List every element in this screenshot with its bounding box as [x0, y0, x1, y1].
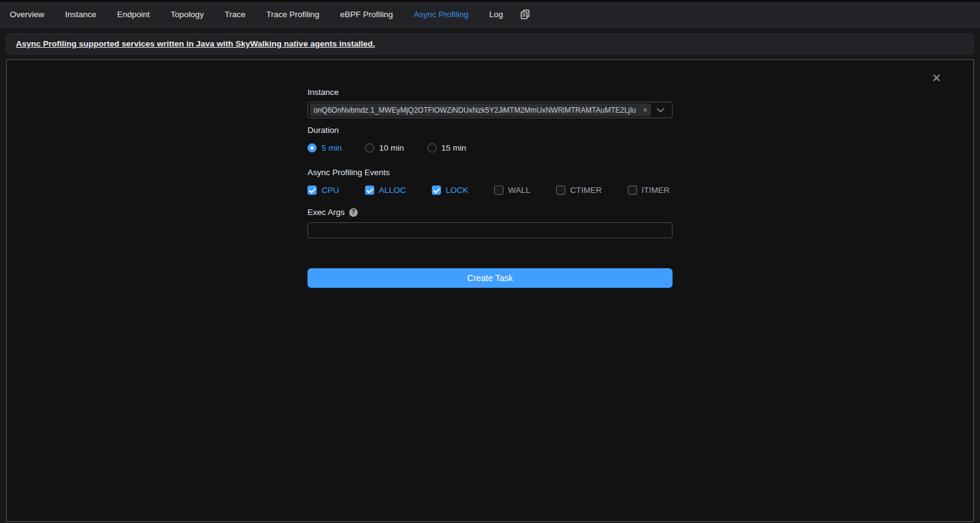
checkbox-empty-icon: [628, 186, 637, 195]
checkbox-wall[interactable]: WALL: [494, 186, 530, 195]
checkbox-empty-icon: [494, 186, 503, 195]
checkbox-alloc-label: ALLOC: [379, 186, 406, 195]
checkbox-alloc[interactable]: ALLOC: [365, 186, 406, 195]
checkbox-wall-label: WALL: [508, 186, 530, 195]
tab-trace[interactable]: Trace: [225, 10, 246, 19]
tab-instance[interactable]: Instance: [65, 10, 96, 19]
checkbox-cpu[interactable]: CPU: [307, 186, 339, 195]
checkbox-itimer-label: ITIMER: [642, 186, 670, 195]
checkmark-icon: [365, 186, 374, 195]
checkbox-ctimer-label: CTIMER: [570, 186, 602, 195]
radio-5-min[interactable]: 5 min: [307, 143, 342, 152]
chevron-down-icon[interactable]: [651, 108, 669, 113]
radio-10-min[interactable]: 10 min: [365, 143, 404, 152]
instance-select[interactable]: onQ6OnNvbmdz.1_MWEyMjQ2OTFlOWZiNDUxNzk5Y…: [307, 102, 673, 118]
tab-log[interactable]: Log: [489, 10, 503, 19]
radio-dot-icon: [307, 143, 317, 152]
close-icon[interactable]: ✕: [932, 72, 941, 84]
instance-label: Instance: [307, 88, 673, 97]
radio-circle-icon: [365, 143, 374, 152]
top-navbar: Overview Instance Endpoint Topology Trac…: [0, 0, 980, 28]
duration-radio-group: 5 min 10 min 15 min: [307, 143, 673, 152]
checkbox-cpu-label: CPU: [322, 186, 339, 195]
checkbox-ctimer[interactable]: CTIMER: [556, 186, 602, 195]
supported-services-link[interactable]: Async Profiling supported services writt…: [16, 39, 375, 48]
events-checkbox-group: CPU ALLOC LOCK WALL CTIMER: [307, 186, 673, 195]
checkbox-itimer[interactable]: ITIMER: [628, 186, 670, 195]
radio-10-min-label: 10 min: [379, 143, 404, 152]
tab-overview[interactable]: Overview: [10, 10, 44, 19]
copy-docs-icon[interactable]: [520, 9, 530, 20]
radio-15-min[interactable]: 15 min: [428, 143, 467, 152]
tab-trace-profiling[interactable]: Trace Profiling: [266, 10, 320, 19]
checkbox-lock-label: LOCK: [446, 186, 469, 195]
tab-ebpf-profiling[interactable]: eBPF Profiling: [340, 10, 393, 19]
tag-remove-icon[interactable]: ×: [643, 106, 647, 114]
help-icon[interactable]: ?: [349, 208, 358, 217]
exec-args-label-row: Exec Args ?: [307, 208, 673, 217]
instance-tag-text: onQ6OnNvbmdz.1_MWEyMjQ2OTFlOWZiNDUxNzk5Y…: [314, 106, 639, 115]
radio-15-min-label: 15 min: [442, 143, 467, 152]
exec-args-input[interactable]: [307, 222, 673, 238]
checkbox-empty-icon: [556, 186, 565, 195]
events-label: Async Profiling Events: [307, 168, 673, 177]
instance-selected-tag: onQ6OnNvbmdz.1_MWEyMjQ2OTFlOWZiNDUxNzk5Y…: [310, 103, 651, 116]
tab-topology[interactable]: Topology: [171, 10, 204, 19]
create-task-button[interactable]: Create Task: [307, 268, 673, 288]
checkbox-lock[interactable]: LOCK: [432, 186, 469, 195]
checkmark-icon: [307, 186, 317, 195]
create-task-form: Instance onQ6OnNvbmdz.1_MWEyMjQ2OTFlOWZi…: [307, 88, 673, 288]
radio-circle-icon: [428, 143, 437, 152]
tab-endpoint[interactable]: Endpoint: [117, 10, 149, 19]
exec-args-label: Exec Args: [307, 208, 345, 217]
checkmark-icon: [432, 186, 441, 195]
async-profiling-task-panel: ✕ Instance onQ6OnNvbmdz.1_MWEyMjQ2OTFlOW…: [6, 59, 974, 522]
radio-5-min-label: 5 min: [322, 143, 342, 152]
supported-services-banner: Async Profiling supported services writt…: [6, 33, 974, 55]
duration-label: Duration: [307, 126, 673, 135]
tab-async-profiling[interactable]: Async Profiling: [414, 10, 469, 19]
